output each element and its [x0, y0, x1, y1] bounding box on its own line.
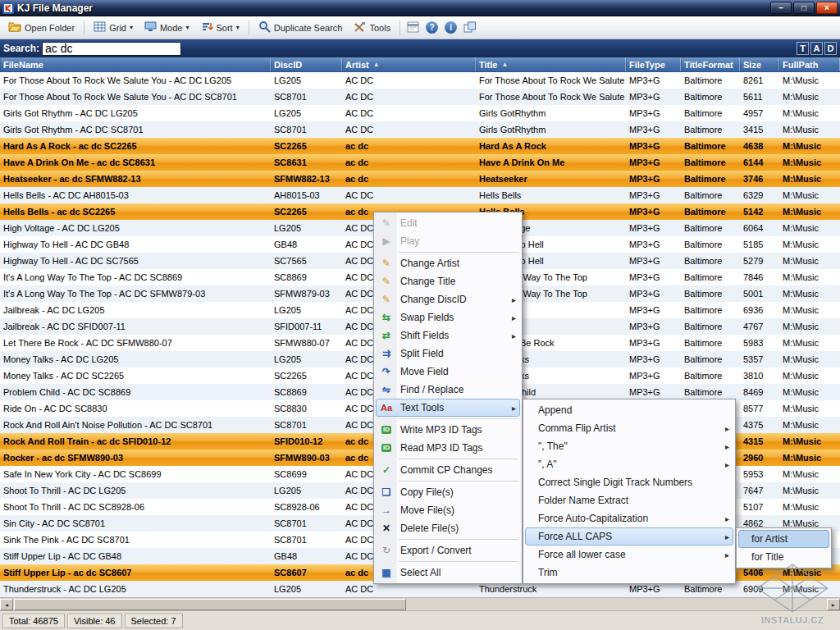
toggle-t-button[interactable]: T — [797, 42, 809, 55]
scroll-right-arrow-icon[interactable]: ► — [827, 599, 840, 610]
cell-title: For Those About To Rock We Salute — [476, 89, 626, 105]
cell-titleformat: Baltimore — [681, 368, 740, 384]
menu-item-change-artist[interactable]: ✎Change Artist — [376, 254, 520, 272]
menu-item-select-all[interactable]: ▦Select All — [376, 564, 520, 582]
menu-item-label: Folder Name Extract — [534, 495, 628, 506]
cell-discid: SFMW879-03 — [271, 285, 342, 302]
cell-filename: Money Talks - AC DC LG205 — [0, 351, 271, 368]
column-header-artist[interactable]: Artist▲ — [342, 57, 476, 71]
sort-ascending-icon: ▲ — [501, 61, 508, 68]
toggle-d-button[interactable]: D — [824, 42, 837, 55]
menu-item-trim[interactable]: Trim — [525, 564, 733, 582]
info-button[interactable]: i — [442, 20, 459, 35]
scrollbar-thumb[interactable] — [14, 599, 406, 610]
column-header-title[interactable]: Title▲ — [476, 57, 626, 71]
export-icon: ↻ — [377, 546, 396, 555]
cell-discid: SC8699 — [271, 466, 342, 482]
help-button[interactable]: ? — [423, 20, 441, 35]
column-header-discid[interactable]: DiscID — [271, 57, 342, 71]
cell-size: 5357 — [740, 351, 779, 368]
cell-fullpath: M:\Music — [779, 203, 840, 220]
windows-button[interactable] — [461, 20, 479, 36]
move-field-icon: ↷ — [377, 367, 396, 377]
menu-item-force-auto-capitalization[interactable]: Force Auto-Capitalization▸ — [525, 509, 733, 527]
menu-item-for-artist[interactable]: for Artist — [738, 530, 829, 548]
menu-item-force-all-caps[interactable]: Force ALL CAPS▸ — [525, 527, 733, 546]
cell-filename: High Voltage - AC DC LG205 — [0, 220, 271, 236]
menu-item-comma-flip-artist[interactable]: Comma Flip Artist▸ — [525, 419, 733, 437]
monitor-icon — [144, 21, 157, 34]
table-row[interactable]: Girls Got Rhythm - AC DC SC8701SC8701AC … — [0, 121, 840, 138]
menu-item-swap-fields[interactable]: ⇆Swap Fields▸ — [376, 308, 520, 326]
menu-item-text-tools[interactable]: AaText Tools▸ — [376, 399, 520, 417]
text-tools-submenu: AppendComma Flip Artist▸", The"▸", A"▸Co… — [523, 399, 736, 584]
column-header-titleformat[interactable]: TitleFormat — [681, 57, 740, 71]
menu-item-change-title[interactable]: ✎Change Title — [376, 272, 520, 290]
cell-title: Girls GotRhythm — [476, 105, 626, 121]
menu-item-force-all-lower-case[interactable]: Force all lower case▸ — [525, 546, 733, 564]
table-row[interactable]: Hard As A Rock - ac dc SC2265SC2265ac dc… — [0, 138, 840, 154]
table-row[interactable]: Have A Drink On Me - ac dc SC8631SC8631a… — [0, 154, 840, 171]
mode-button[interactable]: Mode ▾ — [139, 20, 194, 35]
menu-item-write-mp3-id-tags[interactable]: IDWrite MP3 ID Tags — [376, 421, 520, 439]
cell-fullpath: M:\Music — [779, 368, 840, 384]
menu-item-for-title[interactable]: for Title — [738, 548, 829, 566]
overlapping-windows-icon — [463, 21, 477, 34]
menu-item-move-file-s[interactable]: →Move File(s) — [376, 501, 520, 519]
menu-item-commit-cp-changes[interactable]: ✓Commit CP Changes — [376, 461, 520, 479]
horizontal-scrollbar[interactable]: ◄ ► — [0, 597, 840, 610]
menu-item-shift-fields[interactable]: ⇄Shift Fields▸ — [376, 326, 520, 345]
menu-item-find-replace[interactable]: ⇋Find / Replace — [376, 381, 520, 399]
table-row[interactable]: Hells Bells - AC DC AH8015-03AH8015-03AC… — [0, 187, 840, 203]
cell-artist: ac dc — [342, 138, 476, 154]
duplicate-search-button[interactable]: Duplicate Search — [253, 19, 348, 36]
cell-filetype: MP3+G — [626, 171, 681, 187]
menu-item-move-field[interactable]: ↷Move Field — [376, 363, 520, 381]
sort-button[interactable]: Sort ▾ — [196, 20, 244, 35]
menu-item-split-field[interactable]: ⇉Split Field — [376, 345, 520, 363]
cell-titleformat: Baltimore — [681, 236, 740, 253]
report-button[interactable] — [404, 20, 422, 36]
cell-discid: LG205 — [271, 482, 342, 499]
grid-button[interactable]: Grid ▾ — [89, 20, 138, 35]
column-label: FullPath — [783, 60, 818, 70]
menu-item-the[interactable]: ", The"▸ — [525, 437, 733, 455]
column-header-filename[interactable]: FileName — [0, 57, 271, 71]
search-input[interactable] — [42, 42, 181, 56]
column-header-size[interactable]: Size — [740, 57, 779, 71]
open-folder-button[interactable]: Open Folder — [3, 20, 80, 35]
cell-size: 5611 — [740, 89, 779, 105]
cell-filename: Safe In New York City - AC DC SC8699 — [0, 466, 271, 482]
menu-item-correct-single-digit-track-numbers[interactable]: Correct Single Digit Track Numbers — [525, 473, 733, 491]
copy-icon: ❏ — [377, 487, 396, 497]
close-button[interactable]: × — [816, 2, 838, 14]
toggle-a-button[interactable]: A — [810, 42, 823, 55]
menu-item-label: Append — [534, 404, 572, 416]
menu-item-copy-file-s[interactable]: ❏Copy File(s) — [376, 483, 520, 501]
tools-button[interactable]: Tools — [349, 20, 395, 36]
column-header-fullpath[interactable]: FullPath — [779, 57, 840, 71]
cell-fullpath: M:\Music — [779, 417, 840, 433]
minimize-button[interactable]: – — [770, 2, 792, 14]
menu-item-read-mp3-id-tags[interactable]: IDRead MP3 ID Tags — [376, 439, 520, 457]
menu-item-append[interactable]: Append — [525, 401, 733, 419]
menu-item-export-convert[interactable]: ↻Export / Convert — [376, 541, 520, 559]
cell-size: 6909 — [740, 581, 779, 597]
column-header-filetype[interactable]: FileType — [626, 57, 681, 71]
cell-size: 4638 — [740, 138, 779, 154]
magnifier-icon — [258, 21, 271, 34]
table-row[interactable]: For Those About To Rock We Salute You - … — [0, 72, 840, 89]
menu-item-folder-name-extract[interactable]: Folder Name Extract — [525, 491, 733, 509]
menu-item-change-discid[interactable]: ✎Change DiscID▸ — [376, 290, 520, 308]
menu-item-a[interactable]: ", A"▸ — [525, 455, 733, 473]
table-row[interactable]: For Those About To Rock We Salute You - … — [0, 89, 840, 105]
scroll-left-arrow-icon[interactable]: ◄ — [0, 599, 13, 610]
cell-size: 5142 — [740, 203, 779, 220]
cell-size: 8261 — [740, 72, 779, 89]
cell-filetype: MP3+G — [626, 138, 681, 154]
table-row[interactable]: Heatseeker - ac dc SFMW882-13SFMW882-13a… — [0, 171, 840, 187]
cell-filetype: MP3+G — [626, 335, 681, 351]
menu-item-delete-file-s[interactable]: ✕Delete File(s) — [376, 519, 520, 537]
maximize-button[interactable]: □ — [793, 2, 815, 14]
table-row[interactable]: Girls Got Rhythm - AC DC LG205LG205AC DC… — [0, 105, 840, 121]
